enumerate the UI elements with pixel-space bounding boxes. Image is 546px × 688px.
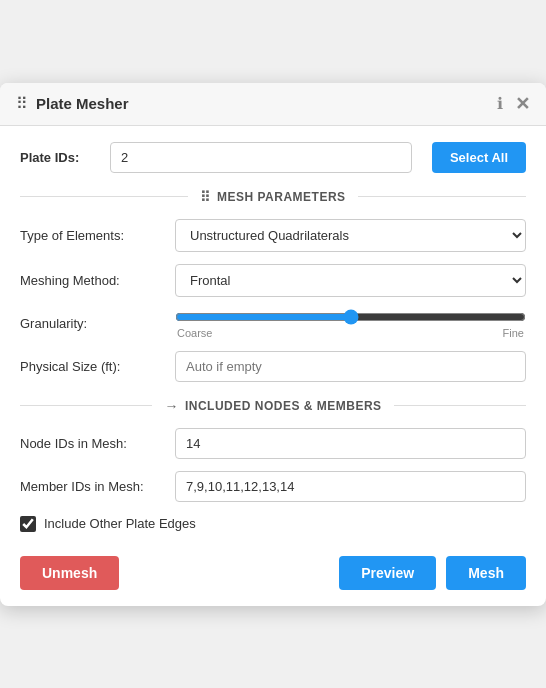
granularity-slider-container: Coarse Fine (175, 309, 526, 339)
granularity-row: Granularity: Coarse Fine (20, 309, 526, 339)
fine-label: Fine (503, 327, 524, 339)
member-ids-label: Member IDs in Mesh: (20, 479, 175, 494)
member-ids-row: Member IDs in Mesh: (20, 471, 526, 502)
preview-button[interactable]: Preview (339, 556, 436, 590)
mesh-parameters-label: MESH PARAMETERS (217, 190, 346, 204)
panel-title: Plate Mesher (36, 95, 129, 112)
meshing-method-select[interactable]: Frontal Delaunay Paving (175, 264, 526, 297)
include-other-plate-edges-checkbox[interactable] (20, 516, 36, 532)
type-of-elements-select[interactable]: Unstructured Quadrilaterals Unstructured… (175, 219, 526, 252)
coarse-label: Coarse (177, 327, 212, 339)
mesh-button[interactable]: Mesh (446, 556, 526, 590)
included-divider-left (20, 405, 152, 406)
select-all-button[interactable]: Select All (432, 142, 526, 173)
panel-body: Plate IDs: Select All ⠿ MESH PARAMETERS … (0, 126, 546, 606)
mesh-grid-icon: ⠿ (200, 189, 211, 205)
included-divider-right (394, 405, 526, 406)
meshing-method-row: Meshing Method: Frontal Delaunay Paving (20, 264, 526, 297)
grid-icon: ⠿ (16, 94, 28, 113)
included-label: INCLUDED NODES & MEMBERS (185, 399, 382, 413)
plate-ids-label: Plate IDs: (20, 150, 100, 165)
type-of-elements-row: Type of Elements: Unstructured Quadrilat… (20, 219, 526, 252)
node-ids-label: Node IDs in Mesh: (20, 436, 175, 451)
panel-header: ⠿ Plate Mesher ℹ ✕ (0, 83, 546, 126)
slider-labels: Coarse Fine (175, 327, 526, 339)
node-ids-row: Node IDs in Mesh: (20, 428, 526, 459)
divider-line-right (358, 196, 526, 197)
member-ids-input[interactable] (175, 471, 526, 502)
plate-ids-row: Plate IDs: Select All (20, 142, 526, 173)
unmesh-button[interactable]: Unmesh (20, 556, 119, 590)
node-ids-input[interactable] (175, 428, 526, 459)
close-icon[interactable]: ✕ (515, 93, 530, 115)
meshing-method-label: Meshing Method: (20, 273, 175, 288)
type-of-elements-label: Type of Elements: (20, 228, 175, 243)
info-icon[interactable]: ℹ (497, 94, 503, 113)
divider-line-left (20, 196, 188, 197)
include-other-plate-edges-row: Include Other Plate Edges (20, 516, 526, 532)
granularity-label: Granularity: (20, 316, 175, 331)
mesh-parameters-divider: ⠿ MESH PARAMETERS (20, 189, 526, 205)
header-left: ⠿ Plate Mesher (16, 94, 129, 113)
mesh-parameters-title: ⠿ MESH PARAMETERS (188, 189, 357, 205)
arrow-icon: → (164, 398, 179, 414)
plate-mesher-panel: ⠿ Plate Mesher ℹ ✕ Plate IDs: Select All… (0, 83, 546, 606)
included-section-title: → INCLUDED NODES & MEMBERS (152, 398, 393, 414)
header-right: ℹ ✕ (497, 93, 530, 115)
physical-size-input[interactable] (175, 351, 526, 382)
physical-size-label: Physical Size (ft): (20, 359, 175, 374)
physical-size-row: Physical Size (ft): (20, 351, 526, 382)
action-buttons-row: Unmesh Preview Mesh (20, 552, 526, 590)
granularity-slider[interactable] (175, 309, 526, 325)
include-other-plate-edges-label: Include Other Plate Edges (44, 516, 196, 531)
included-section-divider: → INCLUDED NODES & MEMBERS (20, 398, 526, 414)
plate-ids-input[interactable] (110, 142, 412, 173)
